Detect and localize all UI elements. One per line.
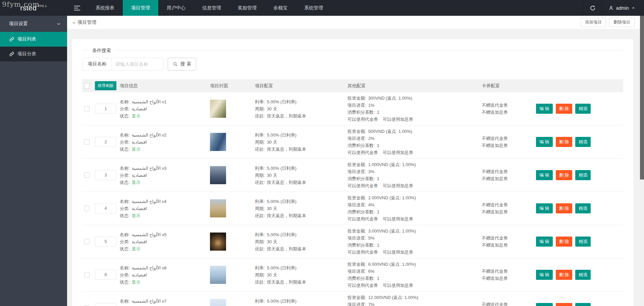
top-menu-item-2[interactable]: 项目管理 (123, 0, 158, 16)
rate-value: 5.00% (日利率) (267, 99, 297, 104)
delete-button[interactable]: 删 除 (556, 137, 573, 147)
no-voucher-text: 不赠送代金券 (482, 301, 536, 306)
project-name-input[interactable] (112, 58, 163, 70)
delete-button[interactable]: 删 除 (556, 104, 573, 114)
invest-value: 12.000VND (返点: 1.00%) (368, 295, 419, 300)
row-checkbox[interactable] (84, 272, 90, 277)
sort-order-input[interactable]: 5 (95, 237, 116, 247)
invest-label: 投资金额: (347, 295, 366, 300)
edit-button[interactable]: 编 辑 (536, 170, 553, 180)
progress-value: 2% (368, 136, 375, 141)
featured-button[interactable]: 精选 (575, 104, 591, 114)
user-dropdown[interactable]: admin (602, 0, 644, 16)
points-label: 消费积分基数: (347, 143, 375, 148)
status-label: 状态: (120, 113, 130, 118)
points-value: 1 (377, 276, 379, 281)
row-checkbox[interactable] (84, 172, 90, 178)
row-checkbox[interactable] (84, 106, 90, 111)
progress-label: 项目进度: (347, 269, 366, 274)
sort-order-input[interactable]: 3 (95, 170, 116, 180)
sort-order-input[interactable]: 1 (95, 104, 116, 114)
points-value: 1 (377, 176, 379, 181)
points-label: 消费积分基数: (347, 209, 375, 214)
sort-refresh-button[interactable]: 排序刷新 (95, 81, 116, 90)
row-checkbox[interactable] (84, 139, 90, 145)
top-menu-item-5[interactable]: 奖励管理 (229, 0, 265, 16)
search-button[interactable]: 搜 索 (168, 58, 196, 70)
username: admin (616, 5, 629, 11)
interest-coupon-allowed-text: 可以使用加息券 (383, 117, 413, 122)
header-project-cover: 项目封面 (201, 83, 255, 89)
featured-button[interactable]: 精选 (575, 270, 591, 280)
progress-label: 项目进度: (347, 103, 366, 108)
header-project-info: 项目信息 (118, 83, 201, 89)
rate-label: 利率: (255, 199, 265, 204)
status-label: 状态: (120, 180, 130, 185)
sidebar-item-1[interactable]: 项目列表 (0, 32, 67, 47)
refresh-button[interactable] (583, 0, 602, 16)
featured-button[interactable]: 精选 (575, 237, 591, 247)
top-menu-item-4[interactable]: 信息管理 (194, 0, 229, 16)
edit-button[interactable]: 编 辑 (536, 104, 553, 114)
sort-order-input[interactable]: 2 (95, 137, 116, 147)
table-header: 排序刷新 项目信息 项目封面 项目配置 其他配置 卡券配置 (82, 79, 623, 92)
top-menu-item-6[interactable]: 余额宝 (265, 0, 296, 16)
edit-button[interactable]: 编 辑 (536, 237, 553, 247)
delete-button[interactable]: 删 除 (556, 237, 573, 247)
delete-button[interactable]: 删 除 (556, 303, 573, 306)
add-project-button[interactable]: 添加项目 (581, 18, 606, 27)
rate-value: 5.00% (日利率) (267, 232, 297, 237)
featured-button[interactable]: 精选 (575, 137, 591, 147)
status-label: 状态: (120, 246, 130, 251)
sidebar-group-project-settings[interactable]: 项目设置 (0, 16, 67, 32)
menu-toggle-icon[interactable] (67, 0, 87, 16)
period-label: 周期: (255, 173, 265, 178)
name-label: 名称: (120, 299, 130, 304)
rate-value: 5.00% (日利率) (267, 299, 297, 304)
sidebar-item-label: 项目列表 (17, 36, 36, 42)
sidebar: 项目设置 项目列表项目分类 (0, 16, 67, 306)
top-menu: 系统报表项目管理用户中心信息管理奖励管理余额宝系统管理 (87, 0, 331, 16)
top-menu-item-1[interactable]: 系统报表 (87, 0, 123, 16)
top-menu-item-3[interactable]: 用户中心 (158, 0, 194, 16)
featured-button[interactable]: 精选 (575, 170, 591, 180)
edit-button[interactable]: 编 辑 (536, 270, 553, 280)
sidebar-item-2[interactable]: 项目分类 (0, 47, 67, 61)
sort-order-input[interactable]: 6 (95, 270, 116, 280)
invest-value: 1.000VND (返点: 1.00%) (368, 162, 416, 167)
delete-button[interactable]: 删 除 (556, 270, 573, 280)
search-icon (173, 62, 178, 67)
no-interest-coupon-text: 不赠送加息券 (482, 142, 536, 149)
sort-order-input[interactable]: 4 (95, 203, 116, 213)
repay-label: 还款: (255, 147, 265, 152)
repay-value: 按天返息，到期返本 (267, 147, 306, 152)
header-project-config: 项目配置 (255, 83, 347, 89)
featured-button[interactable]: 精选 (575, 303, 591, 306)
edit-button[interactable]: 编 辑 (536, 137, 553, 147)
app-logo: rsted TP5.1 (0, 0, 67, 16)
scrollbar-thumb[interactable] (640, 16, 644, 180)
project-category: اقتصادية (132, 140, 147, 145)
row-checkbox[interactable] (84, 206, 90, 211)
project-name: الألواح الشمسية v1 (132, 99, 167, 104)
edit-button[interactable]: 编 辑 (536, 303, 553, 306)
points-value: 1 (377, 110, 379, 115)
page-scrollbar[interactable] (640, 16, 644, 306)
invest-value: 2.000VND (返点: 1.00%) (368, 195, 416, 200)
featured-button[interactable]: 精选 (575, 203, 591, 213)
sort-order-input[interactable]: 7 (95, 303, 116, 306)
row-checkbox[interactable] (84, 239, 90, 244)
delete-button[interactable]: 删 除 (556, 170, 573, 180)
delete-button[interactable]: 删 除 (556, 203, 573, 213)
select-all-checkbox[interactable] (84, 83, 90, 89)
edit-button[interactable]: 编 辑 (536, 203, 553, 213)
voucher-allowed-text: 可以使用代金券 (347, 250, 378, 255)
project-name: الألواح الشمسية v7 (132, 299, 167, 304)
sidebar-item-label: 项目分类 (17, 51, 36, 57)
project-cover-image (210, 266, 226, 284)
period-label: 周期: (255, 140, 265, 145)
category-label: 分类: (120, 140, 130, 145)
top-menu-item-7[interactable]: 系统管理 (296, 0, 331, 16)
delete-project-button[interactable]: 删除项目 (609, 18, 635, 27)
refresh-icon (590, 5, 596, 11)
